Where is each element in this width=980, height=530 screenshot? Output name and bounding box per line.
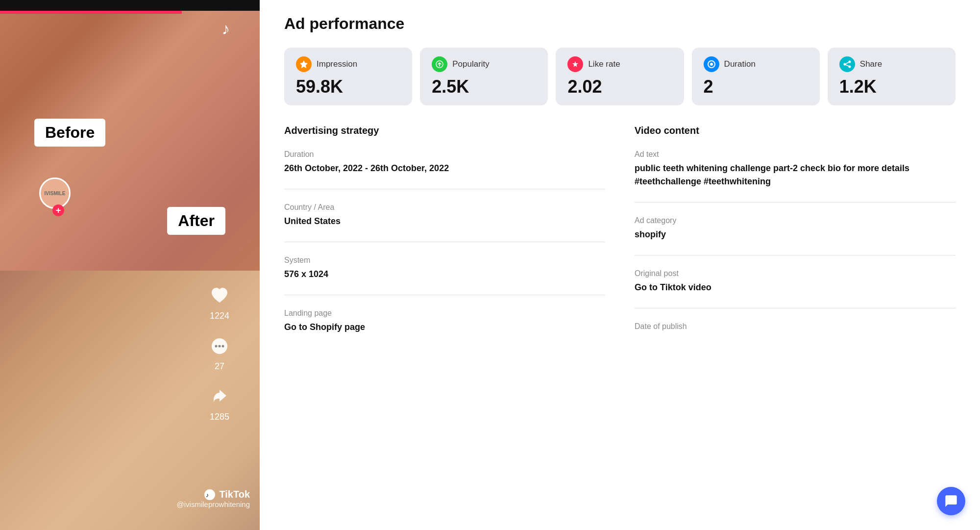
username: @ivismileprowhitening xyxy=(10,500,250,508)
after-label: After xyxy=(167,207,225,235)
ad-text-value: public teeth whitening challenge part-2 … xyxy=(635,162,956,188)
svg-text:♪: ♪ xyxy=(222,20,230,38)
duration-label: Duration xyxy=(284,150,605,159)
video-bottom-overlay: ♪ TikTok @ivismileprowhitening xyxy=(10,489,250,510)
landing-page-group: Landing page Go to Shopify page xyxy=(284,309,605,348)
svg-marker-9 xyxy=(572,61,578,67)
tiktok-brand: ♪ TikTok xyxy=(10,489,250,500)
metric-header-impression: Impression xyxy=(296,56,400,72)
metric-value-likerate: 2.02 xyxy=(567,77,672,97)
country-label: Country / Area xyxy=(284,203,605,212)
svg-point-4 xyxy=(219,345,221,348)
system-group: System 576 x 1024 xyxy=(284,256,605,295)
follow-button[interactable]: + xyxy=(52,204,64,216)
comment-count: 27 xyxy=(215,361,224,372)
metric-value-share: 1.2K xyxy=(839,77,944,97)
system-value: 576 x 1024 xyxy=(284,268,605,281)
metric-card-duration: Duration 2 xyxy=(692,48,820,105)
original-post-value[interactable]: Go to Tiktok video xyxy=(635,281,956,294)
ad-category-value: shopify xyxy=(635,228,956,241)
metrics-row: Impression 59.8K Popularity 2.5K Like ra… xyxy=(284,48,956,105)
share-count: 1285 xyxy=(210,412,229,422)
metric-name-popularity: Popularity xyxy=(452,59,490,69)
avatar: IVISMILE xyxy=(39,177,71,209)
landing-page-label: Landing page xyxy=(284,309,605,318)
metric-value-impression: 59.8K xyxy=(296,77,400,97)
country-value: United States xyxy=(284,215,605,228)
page-title: Ad performance xyxy=(284,15,956,33)
svg-line-15 xyxy=(845,62,850,64)
action-icons: 1224 27 1 xyxy=(206,282,233,422)
metric-header-popularity: Popularity xyxy=(432,56,536,72)
original-post-label: Original post xyxy=(635,269,956,278)
metric-card-impression: Impression 59.8K xyxy=(284,48,412,105)
metric-name-impression: Impression xyxy=(317,59,357,69)
progress-bar xyxy=(0,11,260,14)
original-post-group: Original post Go to Tiktok video xyxy=(635,269,956,308)
svg-text:♪: ♪ xyxy=(206,492,209,499)
metric-value-duration: 2 xyxy=(704,77,808,97)
advertising-strategy-section: Advertising strategy Duration 26th Octob… xyxy=(284,125,605,361)
likerate-icon xyxy=(567,56,583,72)
content-panel: Ad performance Impression 59.8K Populari… xyxy=(260,0,980,530)
video-container: ♪ Before After IVISMILE + 1224 xyxy=(0,11,260,530)
metric-name-share: Share xyxy=(860,59,882,69)
popularity-icon xyxy=(432,56,447,72)
video-content-section: Video content Ad text public teeth white… xyxy=(635,125,956,361)
chat-icon xyxy=(944,494,958,508)
ad-category-label: Ad category xyxy=(635,216,956,225)
svg-point-3 xyxy=(215,345,218,348)
video-panel: ♪ Before After IVISMILE + 1224 xyxy=(0,0,260,530)
metric-header-duration: Duration xyxy=(704,56,808,72)
metric-card-likerate: Like rate 2.02 xyxy=(556,48,684,105)
svg-line-16 xyxy=(845,64,850,67)
tiktok-logo-icon: ♪ xyxy=(219,18,240,40)
metric-card-share: Share 1.2K xyxy=(828,48,956,105)
metric-value-popularity: 2.5K xyxy=(432,77,536,97)
share-item[interactable]: 1285 xyxy=(206,383,233,422)
duration-icon xyxy=(704,56,719,72)
impression-icon xyxy=(296,56,312,72)
metric-card-popularity: Popularity 2.5K xyxy=(420,48,548,105)
ad-category-group: Ad category shopify xyxy=(635,216,956,255)
advertising-strategy-title: Advertising strategy xyxy=(284,125,605,136)
like-count: 1224 xyxy=(210,311,229,321)
share-metric-icon xyxy=(839,56,855,72)
before-label: Before xyxy=(34,119,105,147)
svg-point-11 xyxy=(710,63,713,66)
video-content-title: Video content xyxy=(635,125,956,136)
metric-name-duration: Duration xyxy=(724,59,756,69)
like-item[interactable]: 1224 xyxy=(206,282,233,321)
svg-marker-8 xyxy=(300,60,308,68)
landing-page-value[interactable]: Go to Shopify page xyxy=(284,321,605,334)
metric-header-likerate: Like rate xyxy=(567,56,672,72)
date-publish-group: Date of publish xyxy=(635,322,956,348)
top-bar xyxy=(0,0,260,11)
share-icon xyxy=(206,383,233,410)
country-group: Country / Area United States xyxy=(284,203,605,242)
ad-text-label: Ad text xyxy=(635,150,956,159)
system-label: System xyxy=(284,256,605,265)
ad-text-group: Ad text public teeth whitening challenge… xyxy=(635,150,956,202)
svg-point-5 xyxy=(222,345,224,348)
duration-group: Duration 26th October, 2022 - 26th Octob… xyxy=(284,150,605,189)
metric-header-share: Share xyxy=(839,56,944,72)
duration-value: 26th October, 2022 - 26th October, 2022 xyxy=(284,162,605,175)
heart-icon xyxy=(206,282,233,309)
date-publish-label: Date of publish xyxy=(635,322,956,331)
comment-icon xyxy=(206,333,233,359)
metric-name-likerate: Like rate xyxy=(588,59,620,69)
comment-item[interactable]: 27 xyxy=(206,333,233,372)
chat-button[interactable] xyxy=(937,487,965,515)
content-grid: Advertising strategy Duration 26th Octob… xyxy=(284,125,956,361)
